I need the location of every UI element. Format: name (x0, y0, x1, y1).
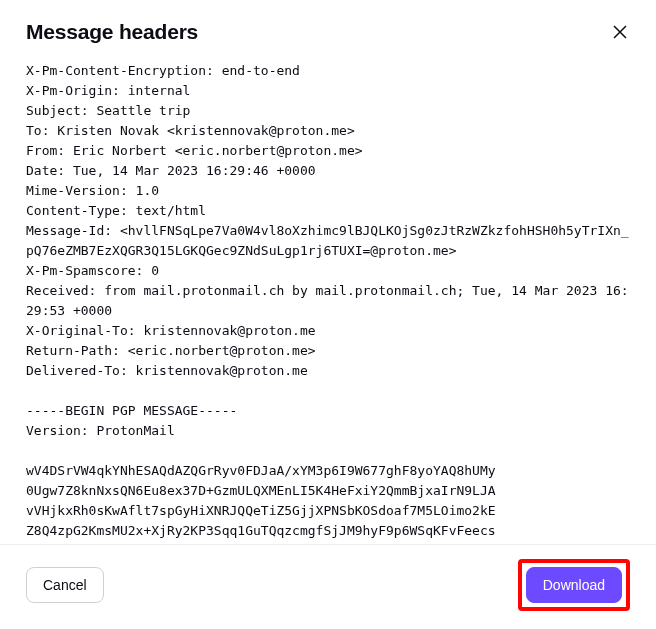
message-headers-modal: Message headers X-Pm-Content-Encryption:… (0, 0, 656, 629)
modal-header: Message headers (0, 0, 656, 53)
download-highlight: Download (518, 559, 630, 611)
modal-title: Message headers (26, 20, 198, 44)
modal-footer: Cancel Download (0, 544, 656, 629)
message-headers-text: X-Pm-Content-Encryption: end-to-end X-Pm… (26, 61, 630, 541)
close-icon (612, 28, 628, 43)
cancel-button[interactable]: Cancel (26, 567, 104, 603)
close-button[interactable] (610, 22, 630, 45)
download-button[interactable]: Download (526, 567, 622, 603)
modal-body: X-Pm-Content-Encryption: end-to-end X-Pm… (0, 53, 656, 544)
